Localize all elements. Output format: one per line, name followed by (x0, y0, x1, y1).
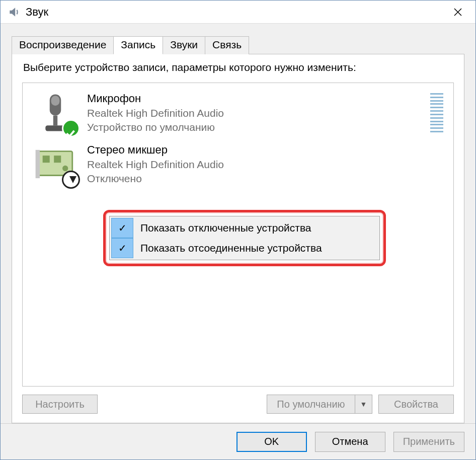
tab-recording[interactable]: Запись (113, 36, 163, 54)
set-default-label: По умолчанию (267, 399, 355, 410)
configure-button[interactable]: Настроить (22, 395, 98, 414)
close-button[interactable] (440, 1, 475, 24)
context-menu: ✓ Показать отключенные устройства ✓ Пока… (109, 216, 380, 260)
microphone-icon (33, 90, 78, 135)
device-driver: Realtek High Definition Audio (87, 158, 443, 172)
device-name: Стерео микшер (87, 142, 443, 158)
window-title: Звук (26, 6, 48, 19)
panel-instruction: Выберите устройство записи, параметры ко… (23, 61, 454, 73)
menu-label: Показать отсоединенные устройства (140, 242, 322, 254)
dialog-footer: OK Отмена Применить (1, 423, 475, 459)
svg-rect-6 (43, 156, 50, 163)
apply-button[interactable]: Применить (393, 432, 464, 452)
device-status: Устройство по умолчанию (87, 120, 425, 134)
device-row-stereo-mix[interactable]: Стерео микшер Realtek High Definition Au… (23, 138, 453, 190)
check-icon: ✓ (111, 238, 133, 258)
close-icon (453, 8, 462, 17)
panel-button-row: Настроить По умолчанию ▼ Свойства (22, 395, 454, 414)
tab-playback[interactable]: Воспроизведение (12, 36, 114, 54)
check-icon: ✓ (111, 218, 133, 238)
set-default-button[interactable]: По умолчанию ▼ (267, 395, 372, 414)
svg-rect-1 (51, 96, 60, 106)
disabled-arrow-badge (62, 171, 80, 189)
svg-rect-7 (54, 156, 61, 163)
tab-sounds[interactable]: Звуки (163, 36, 205, 54)
chevron-down-icon[interactable]: ▼ (355, 395, 372, 413)
device-name: Микрофон (87, 91, 425, 106)
device-status: Отключено (87, 172, 443, 186)
svg-point-8 (62, 166, 68, 171)
recording-panel: Выберите устройство записи, параметры ко… (12, 54, 464, 423)
context-menu-highlight: ✓ Показать отключенные устройства ✓ Пока… (103, 210, 386, 266)
sound-card-icon (33, 141, 78, 187)
device-text: Микрофон Realtek High Definition Audio У… (87, 91, 425, 134)
sound-dialog: Звук Воспроизведение Запись Звуки Связь … (0, 0, 476, 460)
cancel-button[interactable]: Отмена (315, 432, 385, 452)
device-list[interactable]: Микрофон Realtek High Definition Audio У… (22, 83, 454, 387)
device-row-microphone[interactable]: Микрофон Realtek High Definition Audio У… (23, 87, 453, 138)
menu-label: Показать отключенные устройства (140, 222, 311, 234)
menu-show-disabled[interactable]: ✓ Показать отключенные устройства (111, 218, 378, 238)
default-check-badge (62, 119, 80, 137)
menu-show-disconnected[interactable]: ✓ Показать отсоединенные устройства (111, 238, 378, 258)
level-meter (430, 90, 443, 135)
tab-communications[interactable]: Связь (205, 36, 249, 54)
device-driver: Realtek High Definition Audio (87, 106, 425, 120)
properties-button[interactable]: Свойства (378, 395, 454, 414)
ok-button[interactable]: OK (236, 432, 307, 452)
speaker-icon (8, 6, 21, 19)
svg-rect-5 (36, 150, 40, 178)
dialog-body: Воспроизведение Запись Звуки Связь Выбер… (1, 24, 475, 423)
title-bar: Звук (1, 1, 475, 24)
tab-strip: Воспроизведение Запись Звуки Связь (12, 36, 464, 54)
svg-rect-2 (53, 116, 57, 126)
device-text: Стерео микшер Realtek High Definition Au… (87, 142, 443, 186)
